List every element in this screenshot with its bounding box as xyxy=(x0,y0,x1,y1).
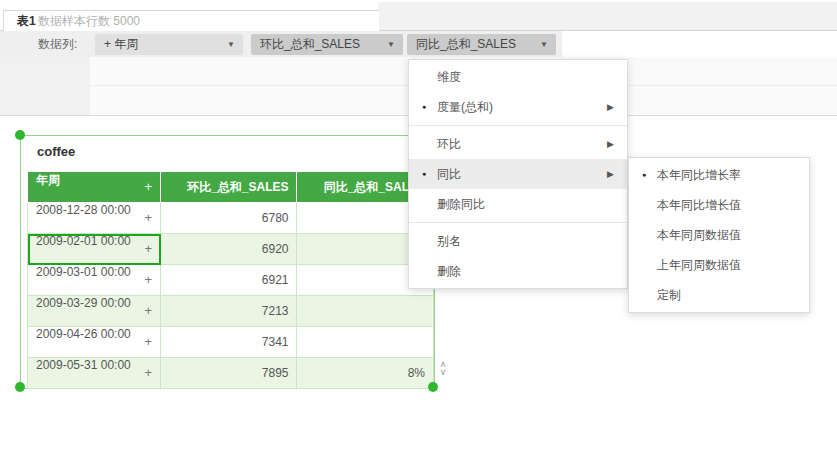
context-menu-item-1[interactable]: 维度 xyxy=(409,62,627,92)
data-columns-toolbar: 数据列: + 年周▼环比_总和_SALES▼同比_总和_SALES▼ xyxy=(0,31,837,57)
config-rows-left-gutter xyxy=(0,57,90,115)
submenu-item-3[interactable]: 本年同周数据值 xyxy=(629,220,809,250)
menu-item-label: 同比 xyxy=(437,167,461,181)
date-cell[interactable]: 2009-05-31 00:00+ xyxy=(28,358,161,389)
chevron-down-icon: ∨ xyxy=(437,368,449,376)
menu-separator xyxy=(409,222,627,223)
grid-body: 2008-12-28 00:00+67802009-02-01 00:00+69… xyxy=(28,203,434,389)
submenu-item-5[interactable]: 定制 xyxy=(629,280,809,310)
row-resize-handle[interactable]: ∧∨ xyxy=(437,360,449,376)
selected-bullet-icon: ● xyxy=(642,160,646,190)
selected-bullet-icon: ● xyxy=(422,92,426,122)
menu-item-label: 别名 xyxy=(437,234,461,248)
grid-column-header-label: 环比_总和_SALES xyxy=(187,180,288,194)
table-row: 2009-03-01 00:00+6921 xyxy=(28,265,434,296)
menu-item-label: 环比 xyxy=(437,137,461,151)
drag-handle-bottom-right[interactable] xyxy=(428,382,438,392)
context-menu-item-8[interactable]: 别名 xyxy=(409,226,627,256)
menu-item-label: 本年同周数据值 xyxy=(657,228,741,242)
sample-row-count-label: 数据样本行数 5000 xyxy=(38,11,140,31)
grid-column-header[interactable]: 环比_总和_SALES xyxy=(161,172,297,203)
table-row: 2009-03-29 00:00+7213 xyxy=(28,296,434,327)
tongbi-value-cell[interactable] xyxy=(297,327,434,358)
selected-bullet-icon: ● xyxy=(422,159,426,189)
menu-item-label: 定制 xyxy=(657,288,681,302)
submenu-arrow-icon: ▶ xyxy=(607,159,614,189)
huanbi-value-cell[interactable]: 6921 xyxy=(161,265,297,296)
menu-item-label: 度量(总和) xyxy=(437,100,493,114)
table-title-bar: 表1 数据样本行数 5000 xyxy=(0,0,837,31)
tongbi-submenu: ●本年同比增长率本年同比增长值本年同周数据值上年同周数据值定制 xyxy=(628,157,810,313)
tongbi-value-cell[interactable]: 8% xyxy=(297,358,434,389)
column-pill-label: 环比_总和_SALES xyxy=(260,34,360,55)
huanbi-value-cell[interactable]: 7341 xyxy=(161,327,297,358)
grid-column-header-label: 年周 xyxy=(36,173,60,187)
data-grid: +年周环比_总和_SALES同比_总和_SALES 2008-12-28 00:… xyxy=(27,172,434,389)
submenu-arrow-icon: ▶ xyxy=(607,129,614,159)
grid-header-row: +年周环比_总和_SALES同比_总和_SALES xyxy=(28,172,434,203)
grid-column-header[interactable]: +年周 xyxy=(28,172,161,203)
add-icon[interactable]: + xyxy=(144,203,152,233)
submenu-item-1[interactable]: ●本年同比增长率 xyxy=(629,160,809,190)
column-pill-3[interactable]: 同比_总和_SALES▼ xyxy=(407,34,556,55)
date-cell-value: 2008-12-28 00:00 xyxy=(36,203,131,217)
date-cell-value: 2009-02-01 00:00 xyxy=(36,234,131,248)
chevron-down-icon: ▼ xyxy=(387,34,395,55)
date-cell[interactable]: 2009-03-01 00:00+ xyxy=(28,265,161,296)
add-icon[interactable]: + xyxy=(144,327,152,357)
huanbi-value-cell[interactable]: 6920 xyxy=(161,234,297,265)
widget-title: coffee xyxy=(37,144,75,159)
table-widget-selection-frame[interactable]: coffee +年周环比_总和_SALES同比_总和_SALES 2008-12… xyxy=(20,135,435,389)
column-pill-label: 同比_总和_SALES xyxy=(416,34,516,55)
column-pill-2[interactable]: 环比_总和_SALES▼ xyxy=(251,34,403,55)
table-row: 2009-04-26 00:00+7341 xyxy=(28,327,434,358)
table-name-label: 表1 xyxy=(17,11,36,31)
table-row: 2009-02-01 00:00+6920 xyxy=(28,234,434,265)
tongbi-value-cell[interactable] xyxy=(297,296,434,327)
chevron-down-icon: ▼ xyxy=(540,34,548,55)
date-cell-value: 2009-03-29 00:00 xyxy=(36,296,131,310)
title-bar-background xyxy=(378,2,837,30)
add-icon[interactable]: + xyxy=(144,234,152,264)
menu-item-label: 维度 xyxy=(437,70,461,84)
context-menu-item-6[interactable]: 删除同比 xyxy=(409,189,627,219)
add-icon[interactable]: + xyxy=(144,358,152,388)
huanbi-value-cell[interactable]: 7213 xyxy=(161,296,297,327)
menu-item-label: 删除 xyxy=(437,264,461,278)
context-menu-item-9[interactable]: 删除 xyxy=(409,256,627,286)
add-icon[interactable]: + xyxy=(144,296,152,326)
data-columns-label: 数据列: xyxy=(38,31,77,57)
column-context-menu: 维度●度量(总和)▶环比▶●同比▶删除同比别名删除 xyxy=(408,59,628,289)
drag-handle-bottom-left[interactable] xyxy=(15,382,25,392)
huanbi-value-cell[interactable]: 7895 xyxy=(161,358,297,389)
bi-editor-canvas: 表1 数据样本行数 5000 数据列: + 年周▼环比_总和_SALES▼同比_… xyxy=(0,0,837,454)
table-row: 2008-12-28 00:00+6780 xyxy=(28,203,434,234)
submenu-item-4[interactable]: 上年同周数据值 xyxy=(629,250,809,280)
context-menu-item-2[interactable]: ●度量(总和)▶ xyxy=(409,92,627,122)
date-cell-value: 2009-05-31 00:00 xyxy=(36,358,131,372)
column-pill-label: + 年周 xyxy=(104,34,138,55)
menu-item-label: 本年同比增长率 xyxy=(657,168,741,182)
submenu-item-2[interactable]: 本年同比增长值 xyxy=(629,190,809,220)
menu-separator xyxy=(409,125,627,126)
date-cell[interactable]: 2008-12-28 00:00+ xyxy=(28,203,161,234)
submenu-arrow-icon: ▶ xyxy=(607,92,614,122)
menu-item-label: 删除同比 xyxy=(437,197,485,211)
date-cell[interactable]: 2009-04-26 00:00+ xyxy=(28,327,161,358)
add-icon[interactable]: + xyxy=(144,172,152,202)
add-icon[interactable]: + xyxy=(144,265,152,295)
context-menu-item-4[interactable]: 环比▶ xyxy=(409,129,627,159)
table-row: 2009-05-31 00:00+78958% xyxy=(28,358,434,389)
menu-item-label: 上年同周数据值 xyxy=(657,258,741,272)
chevron-down-icon: ▼ xyxy=(227,34,235,55)
drag-handle-top-left[interactable] xyxy=(15,130,25,140)
date-cell[interactable]: 2009-02-01 00:00+ xyxy=(28,234,161,265)
date-cell-value: 2009-03-01 00:00 xyxy=(36,265,131,279)
date-cell[interactable]: 2009-03-29 00:00+ xyxy=(28,296,161,327)
huanbi-value-cell[interactable]: 6780 xyxy=(161,203,297,234)
context-menu-item-5[interactable]: ●同比▶ xyxy=(409,159,627,189)
table-name-field[interactable]: 表1 数据样本行数 5000 xyxy=(3,10,379,31)
column-pill-1[interactable]: + 年周▼ xyxy=(95,34,243,55)
menu-item-label: 本年同比增长值 xyxy=(657,198,741,212)
date-cell-value: 2009-04-26 00:00 xyxy=(36,327,131,341)
